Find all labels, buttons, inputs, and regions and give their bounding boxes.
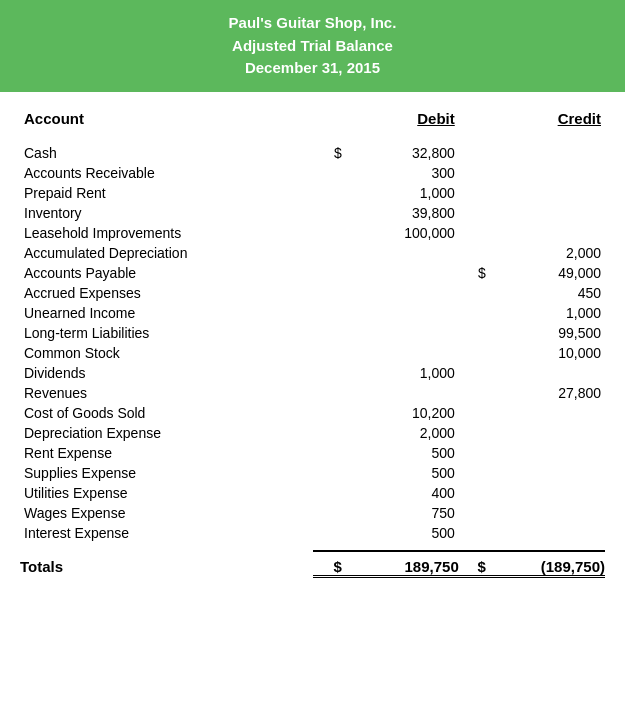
credit-dollar-sign [459,223,488,243]
debit-value [344,343,459,363]
credit-value [488,423,605,443]
table-row: Depreciation Expense2,000 [20,423,605,443]
credit-dollar-sign [459,403,488,423]
credit-dollar-sign [459,323,488,343]
credit-value [488,183,605,203]
table-row: Leasehold Improvements100,000 [20,223,605,243]
debit-value: 500 [344,523,459,543]
account-name: Utilities Expense [20,483,313,503]
account-name: Cost of Goods Sold [20,403,313,423]
account-name: Wages Expense [20,503,313,523]
col-header-credit: Credit [459,102,605,135]
debit-dollar-sign [313,363,344,383]
account-name: Accumulated Depreciation [20,243,313,263]
table-row: Cost of Goods Sold10,200 [20,403,605,423]
credit-dollar-sign [459,463,488,483]
credit-value: 1,000 [488,303,605,323]
credit-value: 99,500 [488,323,605,343]
totals-row: Totals$189,750$(189,750) [20,551,605,577]
debit-value [344,263,459,283]
credit-value [488,523,605,543]
header-bar: Paul's Guitar Shop, Inc. Adjusted Trial … [0,0,625,92]
table-row: Dividends1,000 [20,363,605,383]
debit-value: 100,000 [344,223,459,243]
debit-dollar-sign [313,523,344,543]
header-line2: Adjusted Trial Balance [10,35,615,58]
table-row: Wages Expense750 [20,503,605,523]
table-row: Rent Expense500 [20,443,605,463]
debit-dollar-sign [313,403,344,423]
account-name: Depreciation Expense [20,423,313,443]
credit-value: 450 [488,283,605,303]
debit-value [344,243,459,263]
credit-dollar-sign [459,423,488,443]
credit-value [488,463,605,483]
credit-value [488,223,605,243]
totals-debit-value: 189,750 [344,551,459,577]
debit-value: 1,000 [344,183,459,203]
debit-dollar-sign [313,183,344,203]
table-row: Accrued Expenses450 [20,283,605,303]
debit-value: 39,800 [344,203,459,223]
debit-value [344,383,459,403]
debit-dollar-sign [313,503,344,523]
header-line1: Paul's Guitar Shop, Inc. [10,12,615,35]
account-name: Unearned Income [20,303,313,323]
debit-value: 2,000 [344,423,459,443]
trial-balance-table: Account Debit Credit Cash$32,800Accounts… [20,102,605,578]
account-name: Accounts Receivable [20,163,313,183]
table-row: Supplies Expense500 [20,463,605,483]
credit-dollar-sign [459,243,488,263]
totals-label: Totals [20,551,313,577]
debit-dollar-sign [313,443,344,463]
debit-dollar-sign [313,283,344,303]
credit-value [488,143,605,163]
credit-dollar-sign [459,483,488,503]
credit-dollar-sign [459,203,488,223]
debit-value: 750 [344,503,459,523]
debit-value: 400 [344,483,459,503]
account-name: Supplies Expense [20,463,313,483]
credit-dollar-sign [459,523,488,543]
debit-dollar-sign [313,383,344,403]
debit-value [344,283,459,303]
account-name: Common Stock [20,343,313,363]
credit-dollar-sign [459,363,488,383]
account-name: Long-term Liabilities [20,323,313,343]
credit-value [488,443,605,463]
debit-value: 300 [344,163,459,183]
table-row: Accumulated Depreciation2,000 [20,243,605,263]
table-row: Interest Expense500 [20,523,605,543]
debit-dollar-sign [313,163,344,183]
credit-dollar-sign [459,343,488,363]
debit-value: 1,000 [344,363,459,383]
credit-dollar-sign [459,163,488,183]
debit-dollar-sign: $ [313,143,344,163]
credit-value: 27,800 [488,383,605,403]
table-row: Common Stock10,000 [20,343,605,363]
account-name: Accounts Payable [20,263,313,283]
totals-credit-value: (189,750) [488,551,605,577]
credit-value [488,203,605,223]
table-container: Account Debit Credit Cash$32,800Accounts… [0,92,625,598]
account-name: Rent Expense [20,443,313,463]
account-name: Inventory [20,203,313,223]
credit-dollar-sign [459,503,488,523]
account-name: Cash [20,143,313,163]
debit-value: 32,800 [344,143,459,163]
debit-dollar-sign [313,203,344,223]
account-name: Leasehold Improvements [20,223,313,243]
account-name: Dividends [20,363,313,383]
debit-dollar-sign [313,243,344,263]
table-row: Prepaid Rent1,000 [20,183,605,203]
credit-dollar-sign [459,383,488,403]
debit-dollar-sign [313,303,344,323]
debit-value: 10,200 [344,403,459,423]
debit-dollar-sign [313,323,344,343]
credit-dollar-sign [459,283,488,303]
debit-dollar-sign [313,483,344,503]
account-name: Revenues [20,383,313,403]
credit-dollar-sign [459,143,488,163]
credit-value [488,483,605,503]
table-row: Revenues27,800 [20,383,605,403]
